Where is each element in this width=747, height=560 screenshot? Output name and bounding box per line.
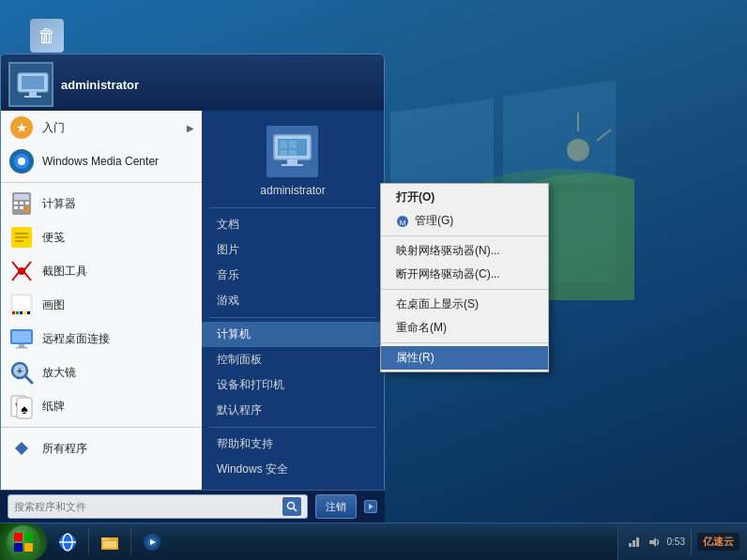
user-avatar — [8, 62, 53, 107]
svg-point-14 — [18, 158, 25, 165]
svg-rect-17 — [14, 202, 18, 204]
context-menu-show-desktop[interactable]: 在桌面上显示(S) — [381, 293, 548, 316]
menu-right-default-programs[interactable]: 默认程序 — [202, 398, 384, 423]
start-button[interactable] — [0, 523, 47, 561]
context-menu-divider-1 — [381, 235, 548, 236]
manage-icon: M — [396, 215, 409, 228]
svg-rect-33 — [23, 311, 26, 314]
search-box[interactable] — [8, 494, 308, 519]
svg-rect-38 — [16, 347, 27, 349]
menu-right-win-security[interactable]: Windows 安全 — [202, 457, 384, 482]
menu-item-remote[interactable]: 远程桌面连接 — [1, 322, 202, 356]
svg-point-56 — [288, 503, 295, 509]
menu-divider-2 — [1, 427, 202, 428]
all-programs-label: 所有程序 — [42, 441, 87, 457]
search-button[interactable] — [282, 497, 301, 516]
logout-arrow-button[interactable] — [364, 500, 377, 513]
menu-right-computer[interactable]: 计算机 — [202, 322, 384, 347]
sticky-notes-icon — [8, 224, 35, 250]
svg-rect-65 — [101, 537, 109, 540]
windows-flag-icon — [14, 533, 33, 552]
context-menu-disconnect[interactable]: 断开网络驱动器(C)... — [381, 263, 548, 286]
menu-item-remote-label: 远程桌面连接 — [42, 331, 110, 347]
logout-label: 注销 — [326, 500, 346, 514]
flag-blue — [14, 543, 23, 552]
taskbar-item-media[interactable] — [135, 527, 169, 557]
start-menu-header: administrator — [1, 54, 384, 111]
menu-item-snipping-label: 截图工具 — [42, 264, 87, 280]
menu-right-devices[interactable]: 设备和打印机 — [202, 372, 384, 398]
svg-rect-50 — [280, 141, 287, 148]
svg-point-2 — [567, 139, 589, 161]
context-menu-open[interactable]: 打开(O) — [381, 186, 548, 209]
menu-item-sticky-notes[interactable]: 便笺 — [1, 220, 202, 254]
search-input[interactable] — [14, 501, 279, 512]
svg-text:♠: ♠ — [21, 401, 28, 416]
magnifier-icon: + — [8, 359, 35, 386]
svg-rect-7 — [22, 76, 44, 89]
context-menu-rename[interactable]: 重命名(M) — [381, 316, 548, 340]
menu-item-sticky-label: 便笺 — [42, 230, 65, 246]
menu-item-solitaire[interactable]: ♥♠ 纸牌 — [1, 389, 202, 423]
yisu-logo: 亿速云 — [697, 533, 739, 551]
taskbar-item-ie[interactable] — [51, 527, 84, 557]
svg-rect-52 — [280, 150, 287, 156]
flag-yellow — [24, 543, 33, 552]
context-menu-map-drive-label: 映射网络驱动器(N)... — [396, 243, 500, 259]
context-menu-map-drive[interactable]: 映射网络驱动器(N)... — [381, 239, 548, 263]
context-menu-manage[interactable]: M 管理(G) — [381, 209, 548, 233]
taskbar-right: 0:53 亿速云 — [617, 523, 747, 561]
menu-item-getting-started[interactable]: ★ 入门 ▶ — [1, 111, 202, 144]
context-menu-open-label: 打开(O) — [396, 189, 434, 205]
svg-marker-46 — [15, 442, 28, 455]
menu-item-snipping[interactable]: 截图工具 — [1, 254, 202, 288]
explorer-icon — [100, 533, 119, 552]
network-icon[interactable] — [626, 535, 641, 550]
context-menu-properties[interactable]: 属性(R) — [381, 346, 548, 370]
menu-right-control-panel[interactable]: 控制面板 — [202, 347, 384, 372]
svg-text:+: + — [17, 366, 23, 376]
context-menu-rename-label: 重命名(M) — [396, 320, 447, 336]
start-menu-right-panel: administrator 文档 图片 音乐 游戏 计算机 控制面板 设备和打印… — [202, 111, 384, 490]
svg-text:M: M — [400, 219, 406, 227]
menu-right-music[interactable]: 音乐 — [202, 263, 384, 288]
svg-rect-19 — [25, 202, 29, 204]
svg-rect-30 — [12, 311, 15, 314]
svg-rect-72 — [636, 537, 639, 547]
flag-red — [14, 533, 23, 541]
menu-item-paint-label: 画图 — [42, 297, 65, 313]
svg-marker-58 — [369, 504, 374, 509]
right-panel-divider-3 — [209, 427, 376, 428]
menu-item-solitaire-label: 纸牌 — [42, 399, 65, 415]
start-menu-left-panel: ★ 入门 ▶ Windows Media Center — [1, 111, 202, 490]
menu-right-pictures[interactable]: 图片 — [202, 237, 384, 263]
start-orb — [7, 525, 40, 559]
menu-right-documents[interactable]: 文档 — [202, 212, 384, 237]
taskbar-item-explorer[interactable] — [93, 527, 127, 557]
logout-arrow-icon — [366, 502, 375, 511]
menu-right-help[interactable]: 帮助和支持 — [202, 431, 384, 457]
svg-rect-8 — [29, 92, 37, 96]
logout-button[interactable]: 注销 — [315, 494, 357, 519]
menu-item-magnifier[interactable]: + 放大镜 — [1, 356, 202, 389]
yisu-text: 亿速云 — [703, 536, 734, 547]
menu-right-games[interactable]: 游戏 — [202, 288, 384, 313]
menu-item-wmc[interactable]: Windows Media Center — [1, 144, 202, 178]
speaker-icon[interactable] — [647, 535, 662, 550]
context-menu-manage-label: 管理(G) — [415, 213, 453, 229]
username: administrator — [61, 78, 139, 92]
svg-text:★: ★ — [16, 120, 28, 135]
taskbar-sep-1 — [88, 529, 89, 555]
svg-rect-55 — [282, 164, 303, 166]
svg-rect-54 — [287, 159, 297, 164]
menu-item-all-programs[interactable]: 所有程序 — [1, 431, 202, 465]
menu-item-paint[interactable]: 画图 — [1, 288, 202, 322]
calculator-icon — [8, 190, 35, 217]
clock-time: 0:53 — [667, 537, 685, 547]
menu-item-calculator[interactable]: 计算器 — [1, 187, 202, 220]
wmc-icon — [8, 148, 35, 174]
svg-rect-21 — [20, 206, 23, 209]
context-menu: 打开(O) M 管理(G) 映射网络驱动器(N)... 断开网络驱动器(C)..… — [380, 183, 549, 372]
right-panel-divider-1 — [209, 207, 376, 208]
svg-rect-36 — [12, 331, 31, 342]
